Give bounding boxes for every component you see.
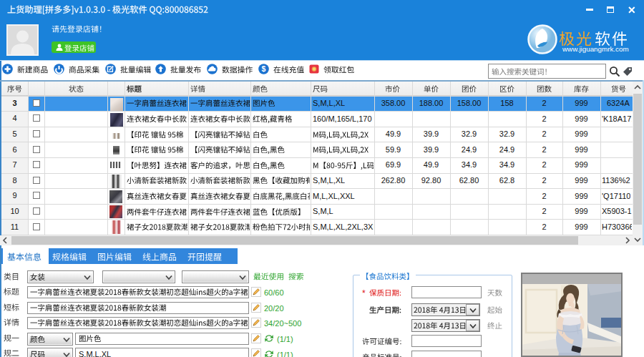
svg-text:$: $: [262, 64, 266, 73]
